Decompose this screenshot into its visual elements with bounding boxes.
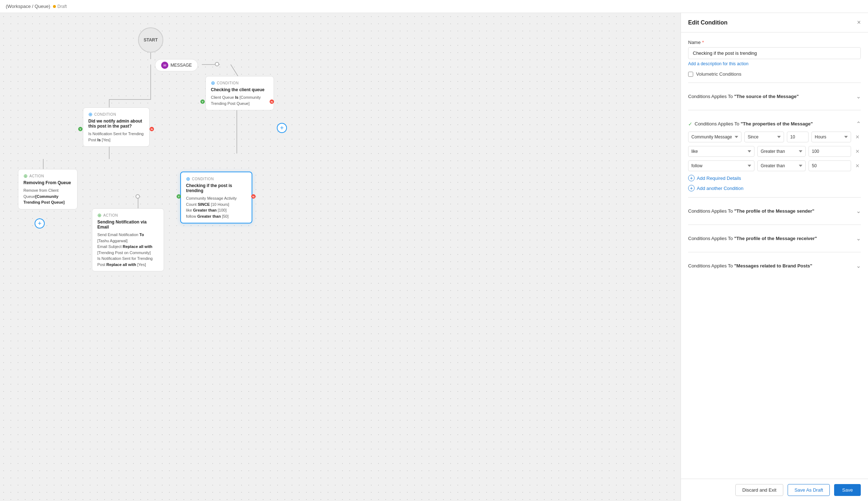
draft-dot	[53, 5, 56, 8]
action-remove-node[interactable]: ⊕ ACTION Removing From Queue Remove from…	[18, 169, 78, 209]
save-button[interactable]: Save	[834, 484, 861, 496]
workflow-canvas[interactable]: START ✉ MESSAGE ⊕ CONDITION Checking the…	[0, 13, 681, 501]
volumetric-checkbox[interactable]	[688, 72, 693, 77]
condition-icon: ⊕	[211, 80, 216, 86]
cond-field-1[interactable]: Community Message A...	[688, 132, 741, 142]
connector-email-in	[136, 194, 140, 199]
cond-unit-1[interactable]: Hours	[811, 132, 851, 142]
condition-trending-node[interactable]: ⊕ CONDITION Checking if the post is tren…	[180, 172, 252, 223]
accordion-properties[interactable]: ✓ Conditions Applies To "The properties …	[688, 116, 861, 132]
edit-condition-panel: Edit Condition × Name * Add a descriptio…	[681, 13, 868, 501]
message-connector	[215, 62, 219, 66]
action-icon-2: ⊕	[97, 212, 102, 218]
condition-row-1: Community Message A... Since Hours ×	[688, 132, 861, 142]
no-connector-1: N	[270, 99, 274, 104]
accordion-receiver[interactable]: Conditions Applies To "The profile of th…	[688, 231, 861, 246]
cond-operator-1[interactable]: Since	[744, 132, 784, 142]
add-button-1[interactable]: +	[35, 218, 45, 229]
panel-title: Edit Condition	[688, 19, 727, 26]
condition-icon-2: ⊕	[88, 111, 93, 117]
accordion-sender[interactable]: Conditions Applies To "The profile of th…	[688, 203, 861, 219]
condition-admin-node[interactable]: ⊕ CONDITION Did we notify admin about th…	[83, 107, 150, 147]
add-condition-link[interactable]: + Add another Condition	[688, 185, 861, 191]
name-label: Name *	[688, 40, 861, 45]
name-input[interactable]	[688, 47, 861, 59]
message-icon: ✉	[161, 62, 168, 69]
add-description-link[interactable]: Add a description for this action	[688, 61, 748, 66]
yes-connector-2: Y	[78, 127, 83, 131]
no-connector-2: N	[150, 127, 154, 131]
cond-field-2[interactable]: like	[688, 146, 754, 157]
no-connector-3: N	[251, 194, 256, 199]
chevron-sender: ⌄	[856, 208, 861, 214]
main-layout: START ✉ MESSAGE ⊕ CONDITION Checking the…	[0, 13, 868, 501]
save-draft-button[interactable]: Save As Draft	[788, 484, 830, 496]
panel-body: Name * Add a description for this action…	[681, 32, 868, 479]
cond-value-1[interactable]	[787, 132, 809, 142]
cond-remove-3[interactable]: ×	[854, 162, 861, 170]
chevron-source: ⌄	[856, 93, 861, 100]
close-button[interactable]: ×	[857, 19, 861, 26]
draft-label: Draft	[57, 4, 67, 9]
add-required-link[interactable]: + Add Required Details	[688, 175, 861, 181]
workspace-label: (Workspace / Queue)	[6, 4, 50, 9]
chevron-receiver: ⌄	[856, 235, 861, 242]
start-node: START	[138, 27, 163, 53]
condition-row-3: follow Greater than ×	[688, 160, 861, 171]
accordion-source[interactable]: Conditions Applies To "The source of the…	[688, 89, 861, 104]
cond-value-3[interactable]	[809, 160, 851, 171]
svg-line-2	[231, 65, 238, 76]
condition-icon-3: ⊕	[186, 176, 191, 182]
yes-connector-1: Y	[200, 99, 205, 104]
chevron-brand: ⌄	[856, 262, 861, 269]
cond-remove-2[interactable]: ×	[854, 148, 861, 155]
panel-footer: Discard and Exit Save As Draft Save	[681, 479, 868, 501]
top-bar: (Workspace / Queue) Draft	[0, 0, 868, 13]
action-email-node[interactable]: ⊕ ACTION Sending Notification via Email …	[92, 208, 164, 271]
volumetric-label: Volumetric Conditions	[696, 71, 741, 77]
add-condition-icon: +	[688, 185, 695, 191]
name-field-group: Name * Add a description for this action	[688, 40, 861, 66]
accordion-brand[interactable]: Conditions Applies To "Messages related …	[688, 258, 861, 274]
chevron-properties: ⌃	[856, 120, 861, 127]
cond-operator-3[interactable]: Greater than	[757, 160, 806, 171]
message-node[interactable]: ✉ MESSAGE	[155, 59, 198, 71]
required-star: *	[702, 40, 704, 45]
cond-value-2[interactable]	[809, 146, 851, 157]
accordion-properties-section: ✓ Conditions Applies To "The properties …	[688, 116, 861, 191]
add-required-icon: +	[688, 175, 695, 181]
cond-remove-1[interactable]: ×	[854, 133, 861, 141]
check-icon: ✓	[688, 121, 692, 127]
panel-header: Edit Condition ×	[681, 13, 868, 32]
action-icon-1: ⊕	[23, 173, 28, 179]
cond-field-3[interactable]: follow	[688, 160, 754, 171]
condition-client-queue-node[interactable]: ⊕ CONDITION Checking the client queue Cl…	[205, 76, 274, 110]
cond-operator-2[interactable]: Greater than	[757, 146, 806, 157]
draft-badge: Draft	[53, 4, 67, 9]
add-button-main[interactable]: +	[277, 123, 287, 133]
yes-connector-3: Y	[177, 194, 181, 199]
condition-row-2: like Greater than ×	[688, 146, 861, 157]
volumetric-row: Volumetric Conditions	[688, 71, 861, 77]
discard-button[interactable]: Discard and Exit	[735, 484, 783, 496]
